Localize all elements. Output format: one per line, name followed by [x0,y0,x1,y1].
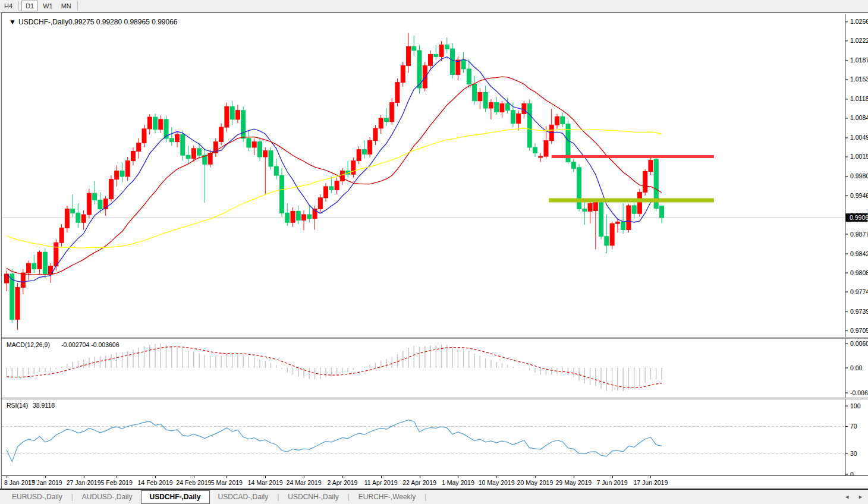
candle-body [500,103,504,112]
candle-body [131,152,135,161]
timeframe-toolbar: H4D1W1MN [0,0,868,12]
price-axis-label: 0.98420 [850,250,868,257]
candle-body [307,215,312,219]
candle-body [329,187,334,190]
chart-tab-eurchf[interactable]: EURCHF-,Weekly [350,491,424,503]
candle-body [489,103,493,108]
candle-body [401,65,405,82]
date-axis-label: 7 Jun 2019 [597,479,628,486]
candle-body [517,114,521,123]
candle-body [379,118,383,128]
timeframe-button-mn[interactable]: MN [58,1,75,11]
timeframe-button-w1[interactable]: W1 [39,1,56,11]
candle-body [37,252,42,269]
macd-axis-label: 0.006058 [850,340,868,347]
date-axis-tick [650,476,651,478]
candle-body [368,141,372,155]
tab-scroll-left-icon[interactable]: ◄ [844,492,850,502]
macd-axis-label: -0.006096 [850,389,868,396]
candle-body [434,54,438,56]
rsi-axis-label: 70 [850,423,857,430]
rsi-indicator-pane[interactable]: 10070300RSI(14)38.9118 [2,399,868,475]
candle-body [269,151,273,166]
candle-body [109,179,113,199]
candle-body [219,127,224,142]
date-axis-label: 29 May 2019 [555,479,592,486]
candle-body [159,119,163,130]
date-axis-label: 24 Mar 2019 [287,479,322,486]
date-axis-tick [45,476,46,478]
candle-body [87,193,91,215]
toolbar-separator [77,1,78,11]
candle-body [335,181,339,190]
candle-body [302,215,306,220]
price-axis-label: 0.97740 [850,288,868,295]
toolbar-separator [18,1,19,11]
candle-body [76,213,80,222]
date-axis-tick [7,476,7,478]
tab-scroll-right-icon[interactable]: ► [858,492,863,502]
candle-body [373,128,378,141]
macd-indicator-pane[interactable]: 0.0060580.00-0.006096MACD(12,26,9)-0.002… [2,339,868,398]
candle-body [21,273,25,288]
candle-body [225,106,229,127]
timeframe-button-d1[interactable]: D1 [21,1,38,11]
chart-ohlc-values: 0.99275 0.99280 0.98965 0.99066 [68,18,178,26]
candle-body [561,116,565,124]
candle-body [120,171,124,177]
current-price-tag-label: 0.99066 [850,214,868,221]
price-chart-pane[interactable]: 1.025601.022201.018701.015301.011801.008… [2,14,868,337]
candle-body [351,161,356,175]
candle-body [357,150,361,161]
candle-body [412,46,416,51]
chart-tab-eurusd[interactable]: EURUSD-,Daily [4,491,71,503]
candle-body [32,263,36,269]
chart-window: 1.025601.022201.018701.015301.011801.008… [1,12,868,489]
date-axis[interactable]: 8 Jan 201917 Jan 201927 Jan 20195 Feb 20… [2,475,868,489]
candle-body [186,155,190,159]
candle-body [451,49,455,74]
candle-body [15,288,20,320]
trading-terminal-window: H4D1W1MN 1.025601.022201.018701.015301.0… [0,0,868,504]
chart-tab-audusd[interactable]: AUDUSD-,Daily [74,491,141,503]
symbol-dropdown-icon[interactable]: ▼ [9,18,16,26]
candle-body [406,46,410,65]
candle-body [71,209,75,213]
rsi-axis-label: 30 [850,450,857,457]
candle-body [522,103,526,114]
date-axis-tick [612,476,613,478]
tab-scroll-arrows: ◄ ► [844,492,863,502]
chart-tab-usdchf[interactable]: USDCHF-,Daily [141,490,210,504]
candle-body [285,213,290,222]
candle-body [43,252,47,274]
macd-signal-line [7,347,662,388]
rsi-label: RSI(14) [7,402,28,409]
candle-body [59,228,64,243]
candle-body [533,147,537,153]
date-axis-label: 22 Apr 2019 [402,479,436,486]
candle-body [555,116,559,125]
candle-body [247,138,251,147]
date-axis-label: 14 Feb 2019 [138,479,173,486]
price-axis-label: 1.02220 [850,37,868,44]
price-axis-label: 0.97390 [850,308,868,315]
candle-body [263,151,268,157]
candle-body [588,203,592,211]
candle-body [153,117,158,130]
candle-body [197,149,202,155]
tab-separator: | [424,493,427,501]
date-axis-tick [194,476,194,478]
candle-body [649,160,653,172]
price-axis-label: 0.98770 [850,231,868,238]
chart-tab-usdcad[interactable]: USDCAD-,Daily [210,491,277,503]
candle-body [495,103,499,112]
timeframe-button-h4[interactable]: H4 [1,1,16,11]
candle-body [241,111,246,138]
date-axis-tick [304,476,304,478]
candle-body [142,129,146,143]
chart-tab-usdcnh[interactable]: USDCNH-,Daily [279,491,347,503]
candle-body [291,211,295,222]
candle-body [235,111,240,119]
price-axis-label: 1.01530 [850,75,868,83]
candle-body [147,117,152,129]
